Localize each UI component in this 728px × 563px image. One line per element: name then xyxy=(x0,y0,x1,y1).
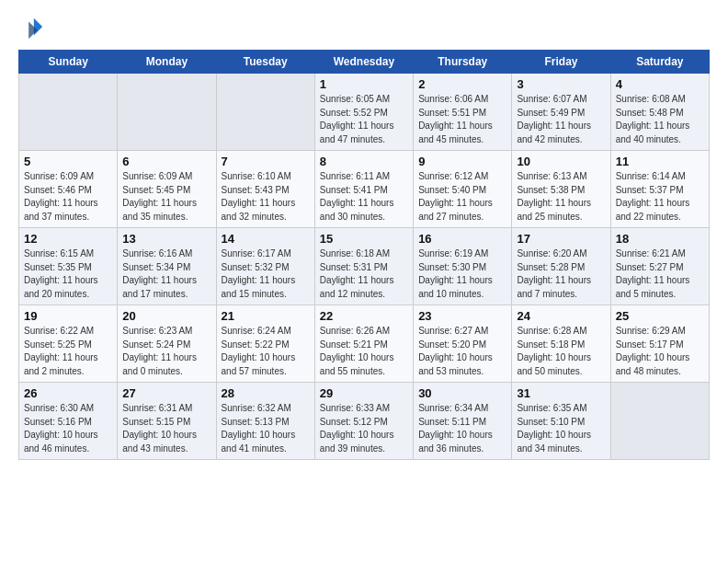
calendar-cell: 15Sunrise: 6:18 AM Sunset: 5:31 PM Dayli… xyxy=(314,228,413,305)
day-number: 29 xyxy=(320,386,408,400)
day-info: Sunrise: 6:21 AM Sunset: 5:27 PM Dayligh… xyxy=(616,247,704,301)
calendar-cell: 10Sunrise: 6:13 AM Sunset: 5:38 PM Dayli… xyxy=(512,151,610,228)
weekday-header-tuesday: Tuesday xyxy=(216,51,314,74)
calendar-cell: 20Sunrise: 6:23 AM Sunset: 5:24 PM Dayli… xyxy=(118,305,216,383)
day-info: Sunrise: 6:24 AM Sunset: 5:22 PM Dayligh… xyxy=(222,325,310,378)
day-number: 6 xyxy=(122,155,210,168)
calendar-cell: 8Sunrise: 6:11 AM Sunset: 5:41 PM Daylig… xyxy=(314,151,413,228)
calendar-cell: 22Sunrise: 6:26 AM Sunset: 5:21 PM Dayli… xyxy=(314,305,413,383)
calendar-row-3: 19Sunrise: 6:22 AM Sunset: 5:25 PM Dayli… xyxy=(19,305,710,383)
day-number: 16 xyxy=(418,232,506,246)
page: SundayMondayTuesdayWednesdayThursdayFrid… xyxy=(0,0,728,478)
day-info: Sunrise: 6:17 AM Sunset: 5:32 PM Dayligh… xyxy=(222,247,310,301)
calendar-cell: 12Sunrise: 6:15 AM Sunset: 5:35 PM Dayli… xyxy=(19,228,118,305)
day-info: Sunrise: 6:22 AM Sunset: 5:25 PM Dayligh… xyxy=(24,325,112,378)
day-number: 3 xyxy=(517,77,605,91)
day-number: 10 xyxy=(517,155,605,168)
day-number: 20 xyxy=(122,309,210,323)
day-info: Sunrise: 6:18 AM Sunset: 5:31 PM Dayligh… xyxy=(320,247,408,301)
day-info: Sunrise: 6:30 AM Sunset: 5:16 PM Dayligh… xyxy=(24,402,112,455)
day-info: Sunrise: 6:31 AM Sunset: 5:15 PM Dayligh… xyxy=(122,402,210,455)
calendar-cell: 6Sunrise: 6:09 AM Sunset: 5:45 PM Daylig… xyxy=(118,151,216,228)
day-info: Sunrise: 6:23 AM Sunset: 5:24 PM Dayligh… xyxy=(122,325,210,378)
day-info: Sunrise: 6:29 AM Sunset: 5:17 PM Dayligh… xyxy=(616,325,704,378)
calendar-cell: 26Sunrise: 6:30 AM Sunset: 5:16 PM Dayli… xyxy=(19,383,118,460)
day-info: Sunrise: 6:19 AM Sunset: 5:30 PM Dayligh… xyxy=(418,247,506,301)
day-number: 25 xyxy=(616,309,704,323)
day-info: Sunrise: 6:05 AM Sunset: 5:52 PM Dayligh… xyxy=(320,93,408,146)
calendar-cell: 9Sunrise: 6:12 AM Sunset: 5:40 PM Daylig… xyxy=(414,151,512,228)
day-number: 5 xyxy=(24,155,112,168)
day-number: 12 xyxy=(24,232,112,246)
weekday-header-wednesday: Wednesday xyxy=(314,51,413,74)
day-number: 4 xyxy=(616,77,704,91)
day-number: 22 xyxy=(320,309,408,323)
calendar-row-2: 12Sunrise: 6:15 AM Sunset: 5:35 PM Dayli… xyxy=(19,228,710,305)
day-number: 23 xyxy=(418,309,506,323)
calendar: SundayMondayTuesdayWednesdayThursdayFrid… xyxy=(18,50,710,460)
calendar-cell: 19Sunrise: 6:22 AM Sunset: 5:25 PM Dayli… xyxy=(19,305,118,383)
calendar-cell xyxy=(118,74,216,151)
calendar-cell: 5Sunrise: 6:09 AM Sunset: 5:46 PM Daylig… xyxy=(19,151,118,228)
day-number: 18 xyxy=(616,232,704,246)
day-number: 19 xyxy=(24,309,112,323)
calendar-cell: 31Sunrise: 6:35 AM Sunset: 5:10 PM Dayli… xyxy=(512,383,610,460)
day-number: 11 xyxy=(616,155,704,168)
day-info: Sunrise: 6:08 AM Sunset: 5:48 PM Dayligh… xyxy=(616,93,704,146)
day-number: 27 xyxy=(122,386,210,400)
day-number: 8 xyxy=(320,155,408,168)
calendar-row-1: 5Sunrise: 6:09 AM Sunset: 5:46 PM Daylig… xyxy=(19,151,710,228)
calendar-row-0: 1Sunrise: 6:05 AM Sunset: 5:52 PM Daylig… xyxy=(19,74,710,151)
day-number: 28 xyxy=(222,386,310,400)
weekday-header-monday: Monday xyxy=(118,51,216,74)
calendar-cell: 21Sunrise: 6:24 AM Sunset: 5:22 PM Dayli… xyxy=(216,305,314,383)
logo xyxy=(18,15,48,40)
calendar-cell xyxy=(216,74,314,151)
day-info: Sunrise: 6:09 AM Sunset: 5:46 PM Dayligh… xyxy=(24,170,112,224)
day-info: Sunrise: 6:33 AM Sunset: 5:12 PM Dayligh… xyxy=(320,402,408,455)
calendar-cell: 30Sunrise: 6:34 AM Sunset: 5:11 PM Dayli… xyxy=(414,383,512,460)
calendar-cell: 17Sunrise: 6:20 AM Sunset: 5:28 PM Dayli… xyxy=(512,228,610,305)
calendar-cell: 3Sunrise: 6:07 AM Sunset: 5:49 PM Daylig… xyxy=(512,74,610,151)
day-info: Sunrise: 6:20 AM Sunset: 5:28 PM Dayligh… xyxy=(517,247,605,301)
day-info: Sunrise: 6:14 AM Sunset: 5:37 PM Dayligh… xyxy=(616,170,704,224)
day-info: Sunrise: 6:12 AM Sunset: 5:40 PM Dayligh… xyxy=(418,170,506,224)
calendar-cell: 16Sunrise: 6:19 AM Sunset: 5:30 PM Dayli… xyxy=(414,228,512,305)
day-number: 9 xyxy=(418,155,506,168)
day-number: 24 xyxy=(517,309,605,323)
calendar-cell: 4Sunrise: 6:08 AM Sunset: 5:48 PM Daylig… xyxy=(610,74,709,151)
day-info: Sunrise: 6:16 AM Sunset: 5:34 PM Dayligh… xyxy=(122,247,210,301)
calendar-cell: 25Sunrise: 6:29 AM Sunset: 5:17 PM Dayli… xyxy=(610,305,709,383)
weekday-header-sunday: Sunday xyxy=(19,51,118,74)
weekday-header-thursday: Thursday xyxy=(414,51,512,74)
calendar-cell: 28Sunrise: 6:32 AM Sunset: 5:13 PM Dayli… xyxy=(216,383,314,460)
day-number: 1 xyxy=(320,77,408,91)
day-number: 26 xyxy=(24,386,112,400)
weekday-header-friday: Friday xyxy=(512,51,610,74)
header xyxy=(18,15,710,40)
day-info: Sunrise: 6:27 AM Sunset: 5:20 PM Dayligh… xyxy=(418,325,506,378)
day-info: Sunrise: 6:07 AM Sunset: 5:49 PM Dayligh… xyxy=(517,93,605,146)
calendar-cell: 11Sunrise: 6:14 AM Sunset: 5:37 PM Dayli… xyxy=(610,151,709,228)
day-number: 31 xyxy=(517,386,605,400)
calendar-cell: 18Sunrise: 6:21 AM Sunset: 5:27 PM Dayli… xyxy=(610,228,709,305)
day-info: Sunrise: 6:32 AM Sunset: 5:13 PM Dayligh… xyxy=(222,402,310,455)
day-number: 14 xyxy=(222,232,310,246)
calendar-cell: 27Sunrise: 6:31 AM Sunset: 5:15 PM Dayli… xyxy=(118,383,216,460)
day-info: Sunrise: 6:10 AM Sunset: 5:43 PM Dayligh… xyxy=(222,170,310,224)
weekday-header-row: SundayMondayTuesdayWednesdayThursdayFrid… xyxy=(19,51,710,74)
weekday-header-saturday: Saturday xyxy=(610,51,709,74)
calendar-cell: 7Sunrise: 6:10 AM Sunset: 5:43 PM Daylig… xyxy=(216,151,314,228)
calendar-cell: 29Sunrise: 6:33 AM Sunset: 5:12 PM Dayli… xyxy=(314,383,413,460)
logo-icon xyxy=(18,15,44,40)
calendar-cell: 2Sunrise: 6:06 AM Sunset: 5:51 PM Daylig… xyxy=(414,74,512,151)
day-number: 2 xyxy=(418,77,506,91)
calendar-row-4: 26Sunrise: 6:30 AM Sunset: 5:16 PM Dayli… xyxy=(19,383,710,460)
day-number: 7 xyxy=(222,155,310,168)
day-info: Sunrise: 6:34 AM Sunset: 5:11 PM Dayligh… xyxy=(418,402,506,455)
day-info: Sunrise: 6:28 AM Sunset: 5:18 PM Dayligh… xyxy=(517,325,605,378)
calendar-cell xyxy=(610,383,709,460)
day-number: 17 xyxy=(517,232,605,246)
calendar-cell: 13Sunrise: 6:16 AM Sunset: 5:34 PM Dayli… xyxy=(118,228,216,305)
calendar-cell: 1Sunrise: 6:05 AM Sunset: 5:52 PM Daylig… xyxy=(314,74,413,151)
